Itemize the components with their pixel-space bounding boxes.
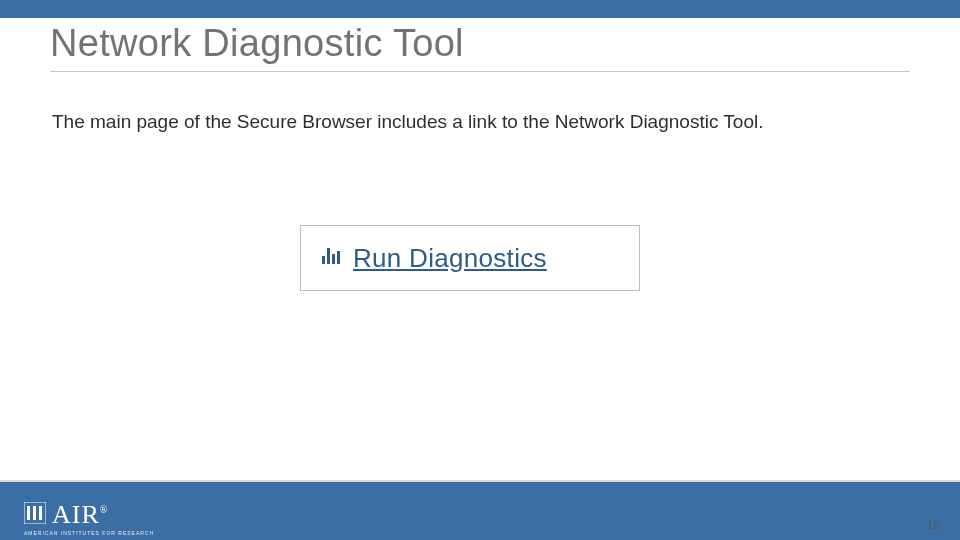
- svg-rect-5: [27, 506, 30, 520]
- svg-rect-7: [39, 506, 42, 520]
- bottom-accent-bar: AIR® AMERICAN INSTITUTES FOR RESEARCH: [0, 480, 960, 540]
- svg-rect-6: [33, 506, 36, 520]
- registered-mark: ®: [100, 504, 109, 515]
- slide: Network Diagnostic Tool The main page of…: [0, 0, 960, 540]
- air-logo: AIR®: [24, 500, 108, 530]
- svg-rect-1: [327, 248, 330, 264]
- air-logo-subtitle: AMERICAN INSTITUTES FOR RESEARCH: [24, 530, 154, 536]
- run-diagnostics-link[interactable]: Run Diagnostics: [353, 243, 547, 274]
- air-logo-text: AIR®: [52, 500, 108, 530]
- air-logo-mark-icon: [24, 502, 46, 528]
- page-number: 15: [927, 518, 940, 532]
- top-accent-bar: [0, 0, 960, 18]
- svg-rect-3: [337, 251, 340, 264]
- svg-rect-2: [332, 254, 335, 264]
- svg-rect-0: [322, 256, 325, 264]
- air-logo-letters: AIR: [52, 500, 100, 529]
- slide-title: Network Diagnostic Tool: [50, 22, 910, 72]
- run-diagnostics-link-box: Run Diagnostics: [300, 225, 640, 291]
- bar-chart-icon: [321, 246, 343, 270]
- slide-body-text: The main page of the Secure Browser incl…: [52, 110, 772, 134]
